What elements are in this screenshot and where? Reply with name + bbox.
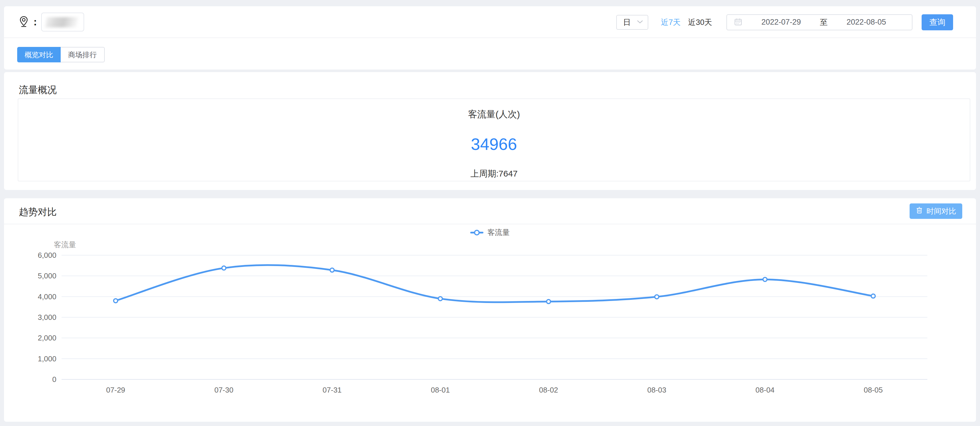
tab-bar: 概览对比 商场排行 <box>17 47 105 62</box>
svg-text:0: 0 <box>52 375 56 384</box>
svg-text:07-30: 07-30 <box>215 386 234 394</box>
page: { "accent": "#4e9bf5", "toolbar": { "loc… <box>0 0 980 426</box>
svg-text:2,000: 2,000 <box>38 334 56 342</box>
svg-text:1,000: 1,000 <box>38 354 56 363</box>
svg-text:08-03: 08-03 <box>647 386 666 394</box>
trend-title: 趋势对比 <box>19 206 57 219</box>
svg-text:07-31: 07-31 <box>323 386 342 394</box>
date-range-picker[interactable]: 2022-07-29 至 2022-08-05 <box>726 14 912 30</box>
location-pin-icon <box>19 16 29 28</box>
chart-legend: 客流量 <box>4 227 976 237</box>
svg-text:07-29: 07-29 <box>106 386 126 394</box>
trend-line-chart: 01,0002,0003,0004,0005,0006,000客流量07-290… <box>4 237 976 415</box>
svg-text:5,000: 5,000 <box>38 272 56 280</box>
overview-title: 流量概况 <box>19 84 57 96</box>
location-name-redacted <box>45 17 78 27</box>
toolbar-controls: 日 近7天 近30天 <box>616 6 953 38</box>
time-compare-button[interactable]: 时间对比 <box>910 203 962 219</box>
location-selector[interactable] <box>41 13 84 32</box>
calendar-icon <box>734 17 743 27</box>
stat-value: 34966 <box>471 135 517 154</box>
traffic-stat-card: 客流量(人次) 34966 上周期:7647 <box>18 99 970 181</box>
date-separator: 至 <box>820 17 828 27</box>
end-date-field[interactable]: 2022-08-05 <box>828 18 905 27</box>
svg-text:08-04: 08-04 <box>756 386 775 394</box>
svg-text:08-05: 08-05 <box>864 386 883 394</box>
svg-text:08-01: 08-01 <box>431 386 450 394</box>
location-group: ： <box>19 13 84 32</box>
chevron-down-icon <box>637 20 643 25</box>
svg-text:客流量: 客流量 <box>54 240 76 249</box>
trash-icon <box>916 207 923 216</box>
toolbar-row: ： 日 近7天 近30天 <box>4 6 976 38</box>
svg-text:6,000: 6,000 <box>38 251 56 259</box>
svg-text:08-02: 08-02 <box>539 386 558 394</box>
stat-previous-period: 上周期:7647 <box>470 168 517 180</box>
query-button[interactable]: 查询 <box>922 14 953 30</box>
start-date-field[interactable]: 2022-07-29 <box>743 18 820 27</box>
quick-range-7d[interactable]: 近7天 <box>661 17 681 27</box>
overview-panel: 流量概况 客流量(人次) 34966 上周期:7647 <box>4 72 976 190</box>
toolbar-panel: ： 日 近7天 近30天 <box>4 6 976 70</box>
legend-label: 客流量 <box>487 227 510 237</box>
legend-item-traffic[interactable]: 客流量 <box>470 227 510 237</box>
line-series-icon <box>470 230 484 235</box>
location-colon: ： <box>30 16 40 29</box>
stat-label: 客流量(人次) <box>468 108 520 121</box>
granularity-value: 日 <box>623 17 631 27</box>
svg-text:4,000: 4,000 <box>38 292 56 301</box>
svg-text:3,000: 3,000 <box>38 313 56 321</box>
granularity-select[interactable]: 日 <box>616 15 648 30</box>
time-compare-label: 时间对比 <box>926 206 956 216</box>
trend-panel: 趋势对比 时间对比 客流量 01,0002,0003,0004,0005,000… <box>4 198 976 422</box>
quick-range-30d[interactable]: 近30天 <box>688 17 712 27</box>
trend-header: 趋势对比 时间对比 <box>4 198 976 224</box>
tab-mall-ranking[interactable]: 商场排行 <box>60 47 105 62</box>
tab-overview-compare[interactable]: 概览对比 <box>17 47 60 62</box>
